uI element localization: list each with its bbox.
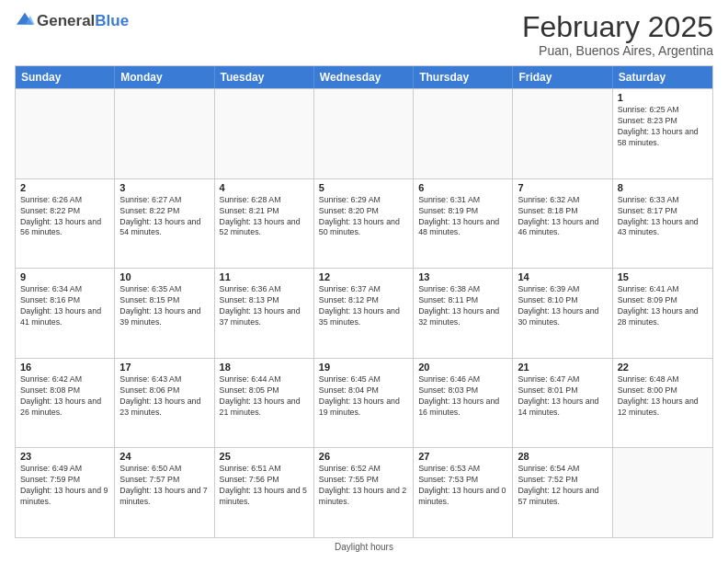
day-number: 19 (319, 362, 408, 373)
day-number: 7 (518, 182, 607, 193)
subtitle: Puan, Buenos Aires, Argentina (522, 43, 713, 58)
day-info: Sunrise: 6:25 AM Sunset: 8:23 PM Dayligh… (618, 105, 708, 149)
day-number: 20 (418, 362, 507, 373)
day-number: 21 (518, 362, 607, 373)
empty-cell (613, 448, 712, 537)
day-number: 16 (20, 362, 109, 373)
day-info: Sunrise: 6:26 AM Sunset: 8:22 PM Dayligh… (20, 195, 109, 239)
day-info: Sunrise: 6:31 AM Sunset: 8:19 PM Dayligh… (418, 195, 507, 239)
day-cell-16: 16Sunrise: 6:42 AM Sunset: 8:08 PM Dayli… (16, 359, 115, 448)
day-cell-13: 13Sunrise: 6:38 AM Sunset: 8:11 PM Dayli… (414, 269, 513, 358)
day-cell-11: 11Sunrise: 6:36 AM Sunset: 8:13 PM Dayli… (215, 269, 314, 358)
empty-cell (314, 89, 414, 178)
day-info: Sunrise: 6:36 AM Sunset: 8:13 PM Dayligh… (220, 284, 309, 328)
day-number: 28 (518, 451, 607, 462)
day-number: 2 (20, 182, 109, 193)
empty-cell (16, 89, 115, 178)
day-info: Sunrise: 6:37 AM Sunset: 8:12 PM Dayligh… (319, 284, 408, 328)
day-cell-2: 2Sunrise: 6:26 AM Sunset: 8:22 PM Daylig… (16, 179, 115, 269)
day-number: 10 (119, 271, 209, 282)
day-cell-14: 14Sunrise: 6:39 AM Sunset: 8:10 PM Dayli… (513, 269, 612, 358)
logo-text: GeneralBlue (37, 12, 129, 30)
day-info: Sunrise: 6:28 AM Sunset: 8:21 PM Dayligh… (220, 195, 309, 239)
day-cell-25: 25Sunrise: 6:51 AM Sunset: 7:56 PM Dayli… (215, 448, 314, 537)
day-info: Sunrise: 6:38 AM Sunset: 8:11 PM Dayligh… (418, 284, 507, 328)
day-info: Sunrise: 6:33 AM Sunset: 8:17 PM Dayligh… (618, 195, 708, 239)
day-cell-6: 6Sunrise: 6:31 AM Sunset: 8:19 PM Daylig… (414, 179, 513, 269)
day-cell-28: 28Sunrise: 6:54 AM Sunset: 7:52 PM Dayli… (513, 448, 612, 537)
day-number: 14 (518, 271, 607, 282)
day-cell-3: 3Sunrise: 6:27 AM Sunset: 8:22 PM Daylig… (115, 179, 214, 269)
day-cell-26: 26Sunrise: 6:52 AM Sunset: 7:55 PM Dayli… (314, 448, 414, 537)
day-cell-17: 17Sunrise: 6:43 AM Sunset: 8:06 PM Dayli… (115, 359, 214, 448)
day-info: Sunrise: 6:47 AM Sunset: 8:01 PM Dayligh… (518, 374, 607, 419)
day-cell-15: 15Sunrise: 6:41 AM Sunset: 8:09 PM Dayli… (613, 269, 712, 358)
day-cell-20: 20Sunrise: 6:46 AM Sunset: 8:03 PM Dayli… (414, 359, 513, 448)
day-number: 8 (618, 182, 708, 193)
day-of-week-monday: Monday (115, 66, 214, 88)
day-cell-18: 18Sunrise: 6:44 AM Sunset: 8:05 PM Dayli… (215, 359, 314, 448)
day-number: 23 (20, 451, 109, 462)
empty-cell (414, 89, 513, 178)
day-number: 1 (618, 92, 708, 103)
title-block: February 2025 Puan, Buenos Aires, Argent… (522, 11, 713, 58)
day-cell-21: 21Sunrise: 6:47 AM Sunset: 8:01 PM Dayli… (513, 359, 612, 448)
day-info: Sunrise: 6:35 AM Sunset: 8:15 PM Dayligh… (119, 284, 209, 328)
day-number: 13 (418, 271, 507, 282)
day-of-week-saturday: Saturday (613, 66, 712, 88)
logo: GeneralBlue (15, 11, 129, 31)
day-number: 11 (220, 271, 309, 282)
header: GeneralBlue February 2025 Puan, Buenos A… (15, 11, 713, 58)
day-number: 26 (319, 451, 408, 462)
day-number: 25 (220, 451, 309, 462)
empty-cell (115, 89, 214, 178)
day-cell-24: 24Sunrise: 6:50 AM Sunset: 7:57 PM Dayli… (115, 448, 214, 537)
logo-general: General (37, 12, 95, 29)
day-cell-22: 22Sunrise: 6:48 AM Sunset: 8:00 PM Dayli… (613, 359, 712, 448)
footer-note: Daylight hours (15, 542, 713, 552)
day-info: Sunrise: 6:52 AM Sunset: 7:55 PM Dayligh… (319, 464, 408, 508)
day-info: Sunrise: 6:49 AM Sunset: 7:59 PM Dayligh… (20, 464, 109, 508)
day-info: Sunrise: 6:53 AM Sunset: 7:53 PM Dayligh… (418, 464, 507, 508)
day-info: Sunrise: 6:32 AM Sunset: 8:18 PM Dayligh… (518, 195, 607, 239)
empty-cell (513, 89, 612, 178)
logo-blue: Blue (95, 12, 129, 29)
day-cell-4: 4Sunrise: 6:28 AM Sunset: 8:21 PM Daylig… (215, 179, 314, 269)
day-number: 17 (119, 362, 209, 373)
day-cell-5: 5Sunrise: 6:29 AM Sunset: 8:20 PM Daylig… (314, 179, 414, 269)
day-number: 22 (618, 362, 708, 373)
week-row-1: 1Sunrise: 6:25 AM Sunset: 8:23 PM Daylig… (16, 88, 712, 178)
day-number: 24 (119, 451, 209, 462)
day-cell-12: 12Sunrise: 6:37 AM Sunset: 8:12 PM Dayli… (314, 269, 414, 358)
day-info: Sunrise: 6:48 AM Sunset: 8:00 PM Dayligh… (618, 374, 708, 419)
empty-cell (215, 89, 314, 178)
day-number: 12 (319, 271, 408, 282)
day-cell-23: 23Sunrise: 6:49 AM Sunset: 7:59 PM Dayli… (16, 448, 115, 537)
day-number: 9 (20, 271, 109, 282)
week-row-4: 16Sunrise: 6:42 AM Sunset: 8:08 PM Dayli… (16, 358, 712, 448)
day-number: 4 (220, 182, 309, 193)
day-cell-8: 8Sunrise: 6:33 AM Sunset: 8:17 PM Daylig… (613, 179, 712, 269)
day-number: 15 (618, 271, 708, 282)
day-number: 6 (418, 182, 507, 193)
day-of-week-tuesday: Tuesday (215, 66, 314, 88)
day-info: Sunrise: 6:43 AM Sunset: 8:06 PM Dayligh… (119, 374, 209, 419)
day-cell-10: 10Sunrise: 6:35 AM Sunset: 8:15 PM Dayli… (115, 269, 214, 358)
main-title: February 2025 (522, 11, 713, 43)
day-info: Sunrise: 6:44 AM Sunset: 8:05 PM Dayligh… (220, 374, 309, 419)
day-of-week-thursday: Thursday (414, 66, 513, 88)
day-info: Sunrise: 6:39 AM Sunset: 8:10 PM Dayligh… (518, 284, 607, 328)
day-cell-1: 1Sunrise: 6:25 AM Sunset: 8:23 PM Daylig… (613, 89, 712, 178)
day-number: 18 (220, 362, 309, 373)
week-row-3: 9Sunrise: 6:34 AM Sunset: 8:16 PM Daylig… (16, 268, 712, 358)
calendar-header: SundayMondayTuesdayWednesdayThursdayFrid… (16, 66, 712, 88)
week-row-5: 23Sunrise: 6:49 AM Sunset: 7:59 PM Dayli… (16, 447, 712, 537)
logo-icon (15, 11, 35, 28)
day-cell-27: 27Sunrise: 6:53 AM Sunset: 7:53 PM Dayli… (414, 448, 513, 537)
day-info: Sunrise: 6:42 AM Sunset: 8:08 PM Dayligh… (20, 374, 109, 419)
day-info: Sunrise: 6:54 AM Sunset: 7:52 PM Dayligh… (518, 464, 607, 508)
day-of-week-friday: Friday (513, 66, 612, 88)
calendar: SundayMondayTuesdayWednesdayThursdayFrid… (15, 65, 713, 538)
day-info: Sunrise: 6:29 AM Sunset: 8:20 PM Dayligh… (319, 195, 408, 239)
day-number: 3 (119, 182, 209, 193)
